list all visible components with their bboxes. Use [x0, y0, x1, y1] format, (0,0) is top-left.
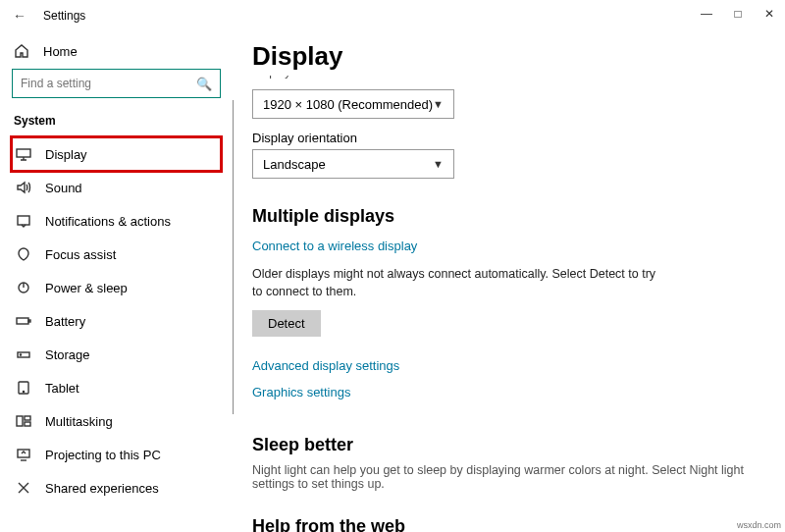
page-title: Display [252, 41, 765, 72]
notifications-icon [16, 213, 31, 229]
projecting-icon [16, 447, 31, 462]
resolution-dropdown[interactable]: 1920 × 1080 (Recommended) ▼ [252, 89, 454, 119]
nav-item-tablet[interactable]: Tablet [12, 371, 221, 404]
orientation-dropdown[interactable]: Landscape ▼ [252, 149, 454, 179]
svg-rect-4 [28, 320, 30, 322]
sidebar: Home 🔍 System Display Sound Notification… [0, 31, 233, 532]
sleep-better-heading: Sleep better [252, 435, 765, 455]
shared-icon [16, 480, 31, 496]
svg-rect-10 [25, 416, 30, 420]
home-label: Home [43, 44, 78, 59]
older-displays-text: Older displays might not always connect … [252, 265, 664, 300]
nav-label: Battery [45, 314, 85, 329]
help-heading: Help from the web [252, 516, 765, 532]
resolution-label: Display resolution [252, 76, 765, 85]
nav-label: Display [45, 147, 87, 162]
svg-point-8 [23, 391, 24, 392]
chevron-down-icon: ▼ [433, 158, 444, 170]
power-icon [16, 280, 31, 295]
maximize-button[interactable]: □ [722, 0, 754, 27]
multiple-displays-heading: Multiple displays [252, 206, 765, 227]
nav-item-storage[interactable]: Storage [12, 338, 221, 371]
nav-label: Notifications & actions [45, 214, 171, 229]
watermark: wsxdn.com [737, 520, 781, 530]
nav-label: Power & sleep [45, 281, 128, 295]
nav-label: Multitasking [45, 414, 113, 429]
nav-label: Focus assist [45, 247, 116, 262]
svg-rect-1 [18, 216, 29, 225]
nav-item-shared-experiences[interactable]: Shared experiences [12, 471, 221, 505]
nav-item-battery[interactable]: Battery [12, 304, 221, 338]
nav-label: Storage [45, 347, 90, 362]
svg-rect-9 [17, 416, 23, 426]
search-icon: 🔍 [196, 77, 212, 91]
detect-button[interactable]: Detect [252, 310, 321, 337]
chevron-down-icon: ▼ [433, 98, 444, 110]
nav-item-focus-assist[interactable]: Focus assist [12, 238, 221, 271]
search-input[interactable] [21, 77, 196, 90]
home-icon [14, 43, 29, 59]
nav-label: Shared experiences [45, 481, 159, 496]
graphics-settings-link[interactable]: Graphics settings [252, 385, 765, 399]
close-button[interactable]: ✕ [754, 0, 785, 27]
nav-item-display[interactable]: Display [12, 137, 221, 171]
svg-point-6 [20, 354, 21, 355]
storage-icon [16, 346, 31, 362]
multitasking-icon [16, 413, 31, 429]
home-nav[interactable]: Home [12, 37, 221, 69]
nav-item-multitasking[interactable]: Multitasking [12, 404, 221, 438]
content-pane: Display Display resolution 1920 × 1080 (… [233, 31, 785, 532]
battery-icon [16, 313, 31, 329]
tablet-icon [16, 380, 31, 396]
resolution-value: 1920 × 1080 (Recommended) [263, 97, 433, 112]
sound-icon [16, 180, 31, 195]
focus-assist-icon [16, 246, 31, 262]
nav-list: Display Sound Notifications & actions Fo… [12, 137, 221, 505]
connect-wireless-link[interactable]: Connect to a wireless display [252, 239, 765, 253]
window-title: Settings [43, 9, 85, 23]
svg-rect-3 [17, 318, 28, 324]
svg-rect-11 [25, 422, 30, 426]
svg-rect-0 [17, 149, 30, 157]
nav-label: Sound [45, 181, 82, 195]
nav-item-sound[interactable]: Sound [12, 171, 221, 204]
nav-label: Projecting to this PC [45, 448, 161, 462]
advanced-display-link[interactable]: Advanced display settings [252, 358, 765, 373]
display-icon [16, 146, 31, 162]
search-box[interactable]: 🔍 [12, 69, 221, 98]
orientation-value: Landscape [263, 157, 326, 172]
minimize-button[interactable]: ― [691, 0, 722, 27]
nav-item-projecting[interactable]: Projecting to this PC [12, 438, 221, 471]
section-header: System [14, 114, 221, 128]
nav-item-power-sleep[interactable]: Power & sleep [12, 271, 221, 304]
nav-label: Tablet [45, 381, 79, 396]
orientation-label: Display orientation [252, 131, 765, 145]
sleep-better-desc: Night light can help you get to sleep by… [252, 463, 765, 491]
nav-item-notifications[interactable]: Notifications & actions [12, 204, 221, 238]
back-button[interactable]: ← [8, 8, 31, 24]
